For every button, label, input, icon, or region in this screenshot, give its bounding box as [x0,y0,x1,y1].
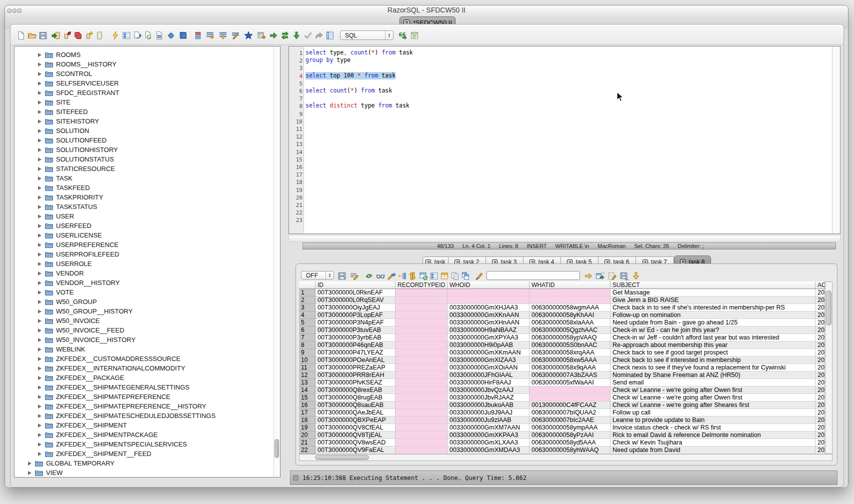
cell-whatid-row21[interactable]: 006300000058yd5AAA [530,439,610,446]
expand-arrow-icon[interactable] [38,328,42,332]
cell-subject-row18[interactable]: Leanne to provide update to Bain [610,416,816,424]
cell-recordtypeid-row5[interactable] [396,319,448,326]
tree-item-solutionhistory[interactable]: SOLUTIONHISTORY [38,145,118,154]
export-window-icon[interactable] [596,272,604,280]
cell-whatid-row9[interactable]: 006300000058xrqAAA [530,349,610,356]
cell-whatid-row13[interactable]: 00630000005xfWaAAI [530,379,610,386]
cell-ac-row8[interactable]: 200 [816,342,825,349]
book-icon[interactable] [178,31,188,40]
cell-whoid-row9[interactable]: 0033000000GmXKmAAN [448,349,530,356]
cell-whoid-row4[interactable]: 0033000000GmXKnAAN [448,312,530,319]
cell-id-row21[interactable]: 00T3000000QV8wsEAD [316,439,396,446]
cell-id-row12[interactable]: 00T3000000PRR8rEAH [316,372,396,379]
cell-recordtypeid-row3[interactable] [396,304,448,312]
cell-recordtypeid-row21[interactable] [396,439,448,446]
cell-recordtypeid-row1[interactable] [396,289,448,296]
cell-id-row1[interactable]: 00T3000000L0RknEAF [316,289,396,296]
cell-subject-row11[interactable]: Check nexis to see if they've found a re… [610,364,816,372]
list-red-blue-icon[interactable] [194,31,202,40]
cell-whoid-row16[interactable]: 0033000000JbukoAAB [448,402,530,409]
tree-item-user[interactable]: USER [38,212,74,221]
cell-ac-row5[interactable]: 200 [816,319,825,326]
cell-whatid-row1[interactable] [530,289,610,296]
cell-id-row2[interactable]: 00T3000000L0RqSEAV [316,296,396,304]
expand-arrow-icon[interactable] [38,100,42,104]
expand-arrow-icon[interactable] [38,357,42,361]
table-export-icon[interactable] [257,31,266,40]
cell-subject-row9[interactable]: Check back to see if good target prospec… [610,349,816,356]
tree-item-zkfedex__customaddresssource[interactable]: ZKFEDEX__CUSTOMADDRESSSOURCE [38,354,180,364]
tree-item-rooms__history[interactable]: ROOMS__HISTORY [38,60,116,69]
glasses-icon[interactable] [376,272,385,280]
cell-ac-row11[interactable]: 200 [816,364,825,372]
sql-mode-select[interactable]: SQL ▲▼ [340,30,394,40]
open-folder-icon[interactable] [28,31,36,40]
tree-item-sfdc_registrant[interactable]: SFDC_REGISTRANT [38,88,119,98]
tree-item-zkfedex__shipmatepreference[interactable]: ZKFEDEX__SHIPMATEPREFERENCE [38,392,170,402]
tree-item-userfeed[interactable]: USERFEED [38,221,92,230]
tree-item-zkfedex__shipment__feed[interactable]: ZKFEDEX__SHIPMENT__FEED [38,449,152,458]
stepper-icon[interactable]: ▲▼ [326,272,334,279]
cell-ac-row16[interactable]: 200 [816,402,825,409]
expand-arrow-icon[interactable] [38,424,42,428]
cell-whatid-row11[interactable]: 006300000058x9qAAA [530,364,610,372]
gem-icon[interactable] [166,31,176,40]
cell-whatid-row16[interactable]: 0013000000C4fFCAAZ [530,402,610,409]
cell-id-row7[interactable]: 00T3000000P3yrbEAB [316,334,396,342]
expand-arrow-icon[interactable] [38,433,42,437]
cell-whatid-row8[interactable]: 00630000005S0bnAAC [530,342,610,349]
cell-n-row3[interactable]: 3 [299,304,316,312]
compare-lines-icon[interactable] [218,31,228,40]
cell-id-row22[interactable]: 00T3000000QV9FaEAL [316,446,396,454]
expand-arrow-icon[interactable] [28,462,32,466]
expand-arrow-icon[interactable] [38,186,42,190]
expand-arrow-icon[interactable] [38,442,42,446]
results-search-input[interactable] [486,271,580,280]
expand-arrow-icon[interactable] [38,414,42,418]
cell-whoid-row17[interactable]: 0033000000Ju9J9AAJ [448,409,530,416]
cell-whatid-row19[interactable]: 006300000058ympAAA [530,424,610,432]
go-forward-icon[interactable] [269,31,278,40]
tree-item-zkfedex__shipmategeneralsettings[interactable]: ZKFEDEX__SHIPMATEGENERALSETTINGS [38,382,190,392]
cell-recordtypeid-row20[interactable] [396,432,448,439]
cell-n-row7[interactable]: 7 [299,334,316,342]
expand-arrow-icon[interactable] [28,471,32,475]
cell-id-row6[interactable]: 00T3000000P3tuvEAB [316,326,396,334]
cell-ac-row12[interactable]: 200 [816,372,825,379]
tree-scrollbar[interactable] [274,46,280,477]
cell-subject-row12[interactable]: Nominated by Shane Freeman at ANZ (HR50) [610,372,816,379]
cell-ac-row4[interactable]: 200 [816,312,825,319]
fetch-results-icon[interactable]: 66 [398,31,408,40]
column-header-RECORDTYPEID[interactable]: RECORDTYPEID [396,282,448,289]
cell-recordtypeid-row16[interactable] [396,402,448,409]
tree-item-staticresource[interactable]: STATICRESOURCE [38,164,115,174]
cell-n-row21[interactable]: 21 [299,439,316,446]
window-table-icon[interactable] [440,272,449,280]
copy-tables-icon[interactable] [461,272,470,280]
cell-id-row4[interactable]: 00T3000000P3LopEAF [316,312,396,319]
cell-ac-row6[interactable]: 200 [816,326,825,334]
cell-ac-row14[interactable]: 200 [816,386,825,394]
cell-whatid-row5[interactable]: 006300000058xlaAAA [530,319,610,326]
tree-item-task[interactable]: TASK [38,174,72,183]
expand-arrow-icon[interactable] [38,348,42,352]
cell-subject-row13[interactable]: Send email [610,379,816,386]
cell-ac-row18[interactable]: 200 [816,416,825,424]
cell-whatid-row22[interactable]: 006300000058yhWAAQ [530,446,610,454]
cell-id-row20[interactable]: 00T3000000QV8TjEAL [316,432,396,439]
cell-id-row11[interactable]: 00T3000000PREZaEAP [316,364,396,372]
cell-subject-row3[interactable]: Check back in to see if she's interested… [610,304,816,312]
cell-ac-row3[interactable]: 200 [816,304,825,312]
cell-whoid-row2[interactable] [448,296,530,304]
expand-arrow-icon[interactable] [38,338,42,342]
cell-whoid-row11[interactable]: 0033000000GmXOiAAN [448,364,530,372]
cell-ac-row19[interactable]: 200 [816,424,825,432]
cell-id-row19[interactable]: 00T3000000QV8CfEAL [316,424,396,432]
cell-id-row9[interactable]: 00T3000000P47LYEAZ [316,349,396,356]
swap-arrows-icon[interactable] [280,31,290,40]
cell-whoid-row5[interactable]: 0033000000GmXHnAAN [448,319,530,326]
cell-n-row4[interactable]: 4 [299,312,316,319]
expand-arrow-icon[interactable] [38,262,42,266]
db-connect-icon[interactable] [52,31,60,40]
column-header-WHATID[interactable]: WHATID [530,282,610,289]
